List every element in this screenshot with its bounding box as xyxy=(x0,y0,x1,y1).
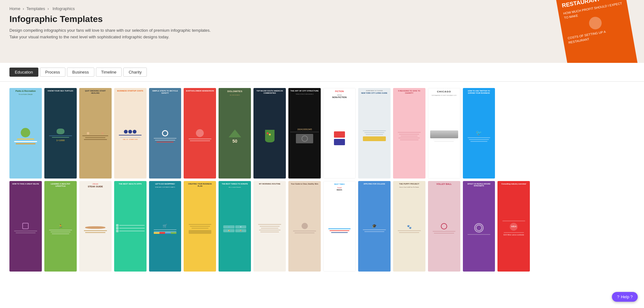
template-selfie[interactable]: HOW TO TAKE A GREAT SELFIE xyxy=(9,181,42,272)
template-bartholomew[interactable]: BARTHOLOMEW HENDERSON xyxy=(184,88,216,179)
tab-business[interactable]: Business xyxy=(67,68,94,77)
template-morning-routine[interactable]: MY MORNING ROUTINE xyxy=(253,181,286,272)
header-banner: Home › Templates › Infographics Infograp… xyxy=(0,0,644,63)
template-parks[interactable]: Parks & Recreation For an Active Lifesty… xyxy=(9,88,42,179)
tab-education[interactable]: Education xyxy=(9,68,38,77)
template-business-plan[interactable]: CREATING YOUR BUSINESS PLAN xyxy=(184,181,216,272)
tab-charity[interactable]: Charity xyxy=(123,68,147,77)
template-best-things-donate[interactable]: THE BEST THINGS TO DONATE after a natura… xyxy=(219,181,251,272)
template-introverts[interactable]: EFFECT OF PEOPLE AROUND INTROVERTS xyxy=(463,181,495,272)
breadcrumb-current: Infographics xyxy=(53,6,75,11)
template-chicago[interactable]: CHICAGO TOP REASONS TO VISIT THE WINDY C… xyxy=(428,88,460,179)
templates-container: Parks & Recreation For an Active Lifesty… xyxy=(0,82,644,280)
template-charity[interactable]: 5 REASONS TO GIVE TO CHARITY xyxy=(393,88,425,179)
breadcrumb: Home › Templates › Infographics xyxy=(9,6,635,11)
template-bicycle-safety[interactable]: SIMPLE STEPS TO BICYCLE SAFETY xyxy=(149,88,181,179)
template-art-city[interactable]: THE ART OF CITY STRUCTURE THREE STRUCTUR… xyxy=(288,88,321,179)
template-healthy-lifestyle[interactable]: LEADING A HEALTHY LIFESTYLE 🏃 xyxy=(44,181,77,272)
template-volleyball[interactable]: VOLLEY BALL xyxy=(428,181,460,272)
templates-row-1: Parks & Recreation For an Active Lifesty… xyxy=(9,88,635,179)
template-startup-costs[interactable]: BUSINESS STARTUP COSTS CALL US DONATE NO… xyxy=(114,88,147,179)
promo-image: OPENING UP A RESTAURANT HOW MUCH PROFIT … xyxy=(543,0,644,63)
template-puppy-project[interactable]: THE PUPPY PROJECT How to Care for All Yo… xyxy=(393,181,425,272)
tab-process[interactable]: Process xyxy=(40,68,65,77)
templates-row-2: HOW TO TAKE A GREAT SELFIE LEADING A HEA… xyxy=(9,181,635,272)
template-twitter-business[interactable]: HOW TO USE TWITTER TO EXPAND YOUR BUSINE… xyxy=(463,88,495,179)
template-clear-skin[interactable]: Your Guide to Clear, Healthy Skin xyxy=(288,181,321,272)
template-dolomites[interactable]: DOLOMITES ALL MOUNTAINS 50 xyxy=(219,88,251,179)
header-description: Design compelling infographics your fans… xyxy=(9,27,214,41)
breadcrumb-home[interactable]: Home xyxy=(9,6,20,11)
template-nyc[interactable]: DEPARTMENT OF TOURISM NEW YORK CITY LIVI… xyxy=(358,88,391,179)
template-sea-turtles[interactable]: KNOW YOUR SEA TURTLES 1=1000 xyxy=(44,88,77,179)
template-shopping[interactable]: LET'S GO SHOPPING! WHAT ARE CUSTOMER'S H… xyxy=(149,181,181,272)
template-south-america[interactable]: TOP MAJOR SOUTH AMERICAN COMMODITIES xyxy=(253,88,286,179)
template-fiction[interactable]: FICTION versus NON-FICTION xyxy=(323,88,356,179)
template-health-apps[interactable]: THE BEST HEALTH APPS xyxy=(114,181,147,272)
template-best-times-social-media[interactable]: BEST TIMES Social MEDIA xyxy=(323,181,356,272)
breadcrumb-templates[interactable]: Templates xyxy=(26,6,45,11)
template-applying-college[interactable]: APPLYING FOR COLLEGE 🎓 xyxy=(358,181,391,272)
tab-timeline[interactable]: Timeline xyxy=(96,68,122,77)
template-steak-guide[interactable]: Ultimate STEAK GUIDE xyxy=(79,181,112,272)
filter-tabs: Education Process Business Timeline Char… xyxy=(0,63,644,82)
template-quit-smoking[interactable]: QUIT SMOKING START HEALING xyxy=(79,88,112,179)
page-title: Infographic Templates xyxy=(9,14,635,24)
template-consulting[interactable]: Consulting industry overview/ MBA $100 B… xyxy=(497,181,530,272)
